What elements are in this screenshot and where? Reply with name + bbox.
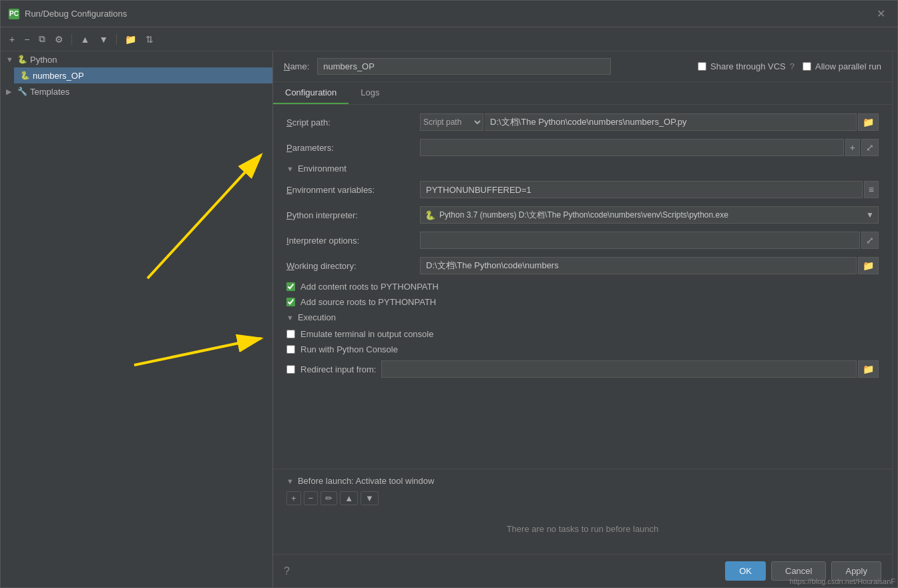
- close-button[interactable]: ✕: [873, 6, 889, 21]
- no-tasks-message: There are no tasks to run before launch: [286, 511, 879, 547]
- env-vars-field-group: ≡: [420, 181, 879, 198]
- parallel-run-checkbox[interactable]: [803, 62, 811, 71]
- parameters-fullscreen-button[interactable]: ⤢: [861, 139, 879, 156]
- interp-options-input[interactable]: [420, 232, 860, 249]
- redirect-input-browse-button[interactable]: 📁: [858, 360, 879, 378]
- env-vars-edit-button[interactable]: ≡: [864, 181, 879, 198]
- working-dir-field-group: 📁: [420, 257, 879, 274]
- parallel-run-label: Allow parallel run: [815, 61, 881, 71]
- interpreter-dropdown-icon[interactable]: ▼: [866, 210, 874, 220]
- tab-logs[interactable]: Logs: [349, 82, 391, 104]
- script-path-row: Script path: Script path Module name 📁: [286, 113, 879, 131]
- help-button[interactable]: ?: [284, 565, 290, 577]
- tree-python-group[interactable]: ▼ 🐍 Python: [1, 51, 272, 67]
- sort-button[interactable]: ⇅: [142, 32, 157, 47]
- toolbar: + − ⧉ ⚙ ▲ ▼ 📁 ⇅: [1, 27, 897, 51]
- name-input[interactable]: [317, 58, 611, 75]
- working-dir-browse-button[interactable]: 📁: [858, 257, 879, 274]
- env-vars-row: Environment variables: ≡: [286, 180, 879, 199]
- execution-section-title: Execution: [298, 312, 336, 322]
- launch-down-button[interactable]: ▼: [361, 491, 379, 505]
- launch-remove-button[interactable]: −: [304, 491, 318, 505]
- interp-options-expand-button[interactable]: ⤢: [861, 232, 879, 249]
- form-area: Script path: Script path Module name 📁 P…: [273, 105, 892, 469]
- environment-toggle-icon: ▼: [286, 165, 294, 173]
- svg-line-3: [134, 338, 261, 365]
- copy-button[interactable]: ⧉: [35, 31, 49, 47]
- tree-numbers-op[interactable]: 🐍 numbers_OP: [14, 67, 272, 83]
- templates-icon: 🔧: [17, 86, 27, 97]
- launch-up-button[interactable]: ▲: [340, 491, 358, 505]
- tab-configuration[interactable]: Configuration: [273, 82, 349, 104]
- python-interp-row: Python interpreter: 🐍 Python 3.7 (number…: [286, 206, 879, 224]
- numbers-op-icon: 🐍: [19, 70, 30, 81]
- tree-children: 🐍 numbers_OP: [1, 67, 272, 83]
- execution-section-header[interactable]: ▼ Execution: [286, 312, 879, 322]
- left-panel: ▼ 🐍 Python 🐍 numbers_OP ▶ 🔧 Templates: [1, 51, 273, 587]
- parameters-input[interactable]: [420, 139, 844, 156]
- parameters-label: Parameters:: [286, 143, 420, 153]
- share-vcs-checkbox[interactable]: [698, 62, 706, 71]
- interp-options-label: Interpreter options:: [286, 236, 420, 246]
- before-launch-title: Before launch: Activate tool window: [298, 476, 435, 486]
- script-path-type-select[interactable]: Script path Module name: [420, 113, 483, 131]
- title-bar-left: PC Run/Debug Configurations: [9, 9, 127, 19]
- move-up-button[interactable]: ▲: [77, 32, 93, 47]
- launch-toolbar: + − ✏ ▲ ▼: [286, 491, 879, 505]
- launch-edit-button[interactable]: ✏: [320, 491, 337, 505]
- folder-button[interactable]: 📁: [122, 32, 140, 47]
- move-down-button[interactable]: ▼: [95, 32, 111, 47]
- share-vcs-row: Share through VCS ?: [698, 61, 795, 71]
- parameters-expand-button[interactable]: +: [845, 139, 860, 156]
- remove-button[interactable]: −: [21, 32, 33, 47]
- add-button[interactable]: +: [6, 32, 18, 47]
- header-right: Share through VCS ? Allow parallel run: [698, 61, 881, 71]
- redirect-input-row: Redirect input from: 📁: [286, 360, 879, 378]
- emulate-terminal-checkbox[interactable]: [286, 330, 295, 338]
- add-content-roots-checkbox[interactable]: [286, 282, 295, 291]
- script-path-input[interactable]: [485, 113, 857, 131]
- env-vars-input[interactable]: [420, 181, 863, 198]
- run-python-console-checkbox[interactable]: [286, 345, 295, 354]
- parameters-row: Parameters: + ⤢: [286, 138, 879, 157]
- working-dir-input[interactable]: [420, 257, 857, 274]
- templates-toggle: ▶: [6, 87, 14, 96]
- watermark: https://blog.csdn.net/HouraisanF: [790, 577, 895, 585]
- add-content-roots-item: Add content roots to PYTHONPATH: [286, 282, 879, 292]
- launch-add-button[interactable]: +: [286, 491, 301, 505]
- redirect-input-checkbox[interactable]: [286, 365, 295, 374]
- add-source-roots-item: Add source roots to PYTHONPATH: [286, 297, 879, 307]
- tree-templates[interactable]: ▶ 🔧 Templates: [1, 83, 272, 99]
- emulate-terminal-item: Emulate terminal in output console: [286, 329, 879, 339]
- run-python-console-label: Run with Python Console: [300, 344, 398, 354]
- dialog-title: Run/Debug Configurations: [25, 9, 127, 19]
- name-row: Name: Share through VCS ? Allow parallel…: [273, 51, 892, 82]
- add-source-roots-checkbox[interactable]: [286, 298, 295, 306]
- redirect-input-field[interactable]: [381, 360, 857, 378]
- python-group-icon: 🐍: [17, 54, 27, 65]
- settings-button[interactable]: ⚙: [51, 32, 67, 47]
- working-dir-label: Working directory:: [286, 261, 420, 271]
- app-icon: PC: [9, 9, 19, 19]
- svg-line-2: [148, 155, 261, 278]
- python-group-label: Python: [30, 55, 57, 65]
- ok-button[interactable]: OK: [725, 561, 766, 581]
- parallel-run-row: Allow parallel run: [803, 61, 881, 71]
- script-path-label: Script path:: [286, 117, 420, 127]
- env-vars-label: Environment variables:: [286, 185, 420, 195]
- share-vcs-help-icon[interactable]: ?: [790, 61, 795, 71]
- title-bar: PC Run/Debug Configurations ✕: [1, 1, 897, 27]
- right-scrollbar[interactable]: [892, 51, 897, 587]
- main-content: ▼ 🐍 Python 🐍 numbers_OP ▶ 🔧 Templates: [1, 51, 897, 587]
- script-path-browse-button[interactable]: 📁: [858, 113, 879, 131]
- interpreter-emoji: 🐍: [425, 210, 435, 220]
- redirect-input-field-group: 📁: [381, 360, 879, 378]
- interpreter-field: 🐍 Python 3.7 (numbers) D:\文档\The Python\…: [420, 206, 879, 224]
- python-interp-label: Python interpreter:: [286, 210, 420, 220]
- parameters-field-group: + ⤢: [420, 139, 879, 156]
- before-launch-panel: ▼ Before launch: Activate tool window + …: [273, 469, 892, 554]
- interp-options-row: Interpreter options: ⤢: [286, 231, 879, 250]
- right-panel: Name: Share through VCS ? Allow parallel…: [273, 51, 892, 587]
- environment-section-header[interactable]: ▼ Environment: [286, 164, 879, 174]
- name-label: Name:: [284, 61, 309, 71]
